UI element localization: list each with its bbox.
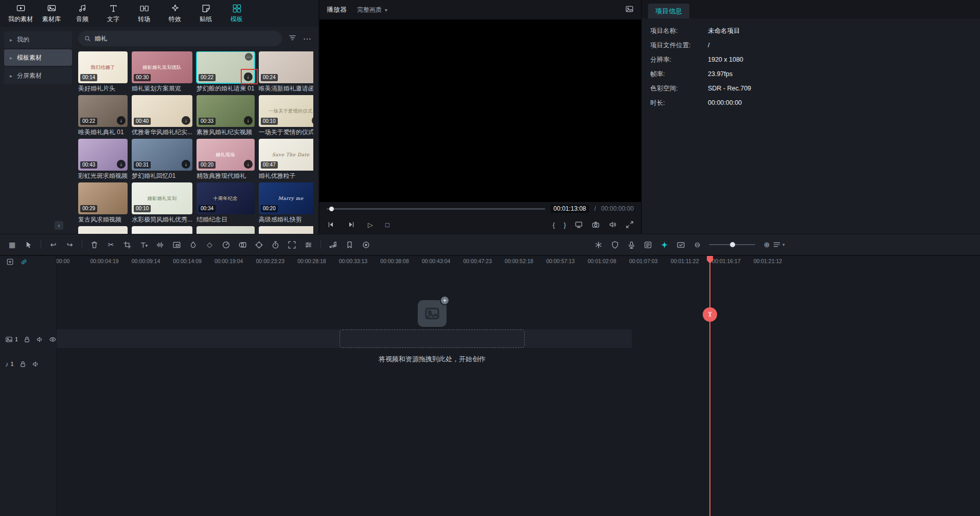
lock-icon[interactable] (23, 336, 31, 343)
template-card[interactable]: 十周年纪念 00:34 结婚纪念日 (197, 182, 255, 223)
seek-handle[interactable] (329, 207, 334, 211)
template-thumbnail[interactable]: 婚礼现场 00:20 ↓ (197, 139, 255, 171)
play-button[interactable]: ▷ (368, 221, 373, 229)
preview-screen[interactable] (319, 20, 641, 202)
track-options-button[interactable]: ▾ (773, 234, 785, 255)
render-preview-button[interactable] (591, 237, 607, 252)
freeze-frame-button[interactable] (268, 237, 283, 252)
fullscreen-button[interactable] (626, 220, 634, 229)
motion-track-button[interactable] (251, 237, 267, 252)
template-card[interactable]: 00:43 ↓ 彩虹光斑求婚视频 (78, 139, 128, 179)
template-thumbnail[interactable]: 00:43 ↓ (78, 139, 128, 171)
media-dropzone[interactable] (340, 329, 525, 348)
download-icon[interactable]: ↓ (182, 160, 190, 169)
snapshot-button[interactable] (592, 220, 600, 229)
sidebar-item-splitscreen-assets[interactable]: ▸ 分屏素材 (4, 67, 72, 84)
tab-audio[interactable]: 音频 (67, 0, 98, 27)
undo-button[interactable]: ↩ (45, 237, 61, 252)
template-thumbnail[interactable] (259, 226, 313, 234)
template-card[interactable] (197, 226, 255, 234)
ai-assistant-button[interactable] (656, 237, 672, 252)
template-card[interactable] (78, 226, 128, 234)
marker-button[interactable] (342, 237, 358, 252)
display-mode-button[interactable] (575, 220, 583, 229)
redo-button[interactable]: ↪ (62, 237, 78, 252)
seek-bar[interactable] (327, 208, 545, 210)
media-check-button[interactable] (673, 237, 689, 252)
template-thumbnail[interactable]: 00:22 ↓ (78, 95, 128, 127)
template-card[interactable]: 婚影婚礼策划 00:10 水彩极简风婚礼优秀... (132, 182, 192, 223)
record-button[interactable] (358, 237, 374, 252)
split-button[interactable]: ✂ (103, 237, 119, 252)
notes-button[interactable] (640, 237, 656, 252)
color-button[interactable] (185, 237, 201, 252)
search-input[interactable] (95, 35, 276, 42)
voiceover-button[interactable] (623, 237, 639, 252)
template-thumbnail[interactable]: 00:31 ↓ (132, 139, 192, 171)
lock-icon[interactable] (19, 360, 27, 368)
template-card[interactable] (259, 226, 313, 234)
tab-transitions[interactable]: 转场 (129, 0, 159, 27)
template-card[interactable] (132, 226, 192, 234)
speaker-icon[interactable] (32, 360, 40, 368)
adjust-button[interactable] (300, 237, 316, 252)
crop-button[interactable] (119, 237, 135, 252)
template-card[interactable]: 00:31 ↓ 梦幻婚礼回忆01 (132, 139, 192, 179)
download-icon[interactable]: ↓ (244, 160, 253, 169)
template-thumbnail[interactable] (197, 226, 255, 234)
template-card[interactable]: 婚礼现场 00:20 ↓ 精致典雅现代婚礼 (197, 139, 255, 179)
tab-effects[interactable]: 特效 (159, 0, 190, 27)
mark-in-button[interactable]: { (553, 221, 555, 229)
stop-button[interactable]: □ (385, 221, 389, 229)
playhead[interactable] (709, 256, 710, 516)
safe-area-button[interactable] (607, 237, 623, 252)
template-card[interactable]: 00:29 复古风求婚视频 (78, 182, 128, 223)
template-card[interactable]: 00:22 ↓ 唯美婚礼典礼 01 (78, 95, 128, 136)
mark-out-button[interactable]: } (564, 221, 566, 229)
sidebar-item-template-assets[interactable]: ▸ 模板素材 (4, 49, 72, 66)
download-icon[interactable]: ↓ (117, 160, 126, 169)
delete-button[interactable] (86, 237, 102, 252)
template-thumbnail[interactable]: 十周年纪念 00:34 (197, 182, 255, 214)
template-card[interactable]: Marry me 00:20 高级感婚礼快剪 (259, 182, 313, 223)
template-card[interactable]: 00:24 唯美清新婚礼邀请函 02 (259, 51, 313, 92)
add-to-track-icon[interactable] (6, 258, 14, 266)
template-card[interactable]: 我们结婚了 00:14 美好婚礼片头 (78, 51, 128, 92)
pip-button[interactable] (169, 237, 185, 252)
tab-stock-media[interactable]: 素材库 (36, 0, 67, 27)
tab-my-media[interactable]: 我的素材 (5, 0, 36, 27)
template-thumbnail[interactable]: 一场关于爱情的仪式 00:10 ↓ (259, 95, 313, 127)
keyframe-button[interactable]: ◇ (202, 237, 218, 252)
detach-audio-button[interactable] (325, 237, 341, 252)
sidebar-collapse-button[interactable]: ‹ (55, 221, 63, 230)
template-thumbnail[interactable]: 00:33 ↓ (197, 95, 255, 127)
fit-button[interactable] (284, 237, 300, 252)
template-thumbnail[interactable]: 我们结婚了 00:14 (78, 51, 128, 83)
mask-button[interactable] (235, 237, 251, 252)
select-tool-button[interactable] (21, 237, 37, 252)
more-options-button[interactable]: ⋯ (303, 34, 313, 44)
template-thumbnail[interactable]: 婚影婚礼策划 00:10 (132, 182, 192, 214)
template-thumbnail[interactable]: Save The Date 00:47 (259, 139, 313, 171)
playhead-split-button[interactable]: ✂ (703, 307, 717, 322)
template-card[interactable]: 00:40 ↓ 优雅奢华风婚礼纪实... (132, 95, 192, 136)
template-thumbnail[interactable] (132, 226, 192, 234)
template-card[interactable]: 00:22 ↓ ⋯ 梦幻般的婚礼请柬 01 (197, 51, 255, 92)
waveform-button[interactable] (152, 237, 168, 252)
download-icon[interactable]: ↓ (117, 116, 126, 125)
zoom-slider-handle[interactable] (730, 242, 735, 247)
template-card[interactable]: Save The Date 00:47 婚礼优雅粒子 (259, 139, 313, 179)
sidebar-item-mine[interactable]: ▸ 我的 (4, 31, 72, 48)
download-icon[interactable]: ↓ (244, 72, 253, 81)
template-card[interactable]: 00:33 ↓ 素雅风婚礼纪实视频 (197, 95, 255, 136)
auto-ripple-link-icon[interactable] (20, 258, 28, 266)
template-card[interactable]: 婚影婚礼策划团队 00:30 婚礼策划方案展览 (132, 51, 192, 92)
add-text-button[interactable] (136, 237, 152, 252)
template-thumbnail[interactable] (78, 226, 128, 234)
zoom-slider[interactable] (709, 244, 755, 245)
tab-templates[interactable]: 模板 (221, 0, 252, 27)
template-thumbnail[interactable]: 00:29 (78, 182, 128, 214)
next-frame-button[interactable] (347, 220, 355, 229)
more-icon[interactable]: ⋯ (245, 53, 253, 61)
template-thumbnail[interactable]: 00:22 ↓ ⋯ (197, 51, 255, 83)
